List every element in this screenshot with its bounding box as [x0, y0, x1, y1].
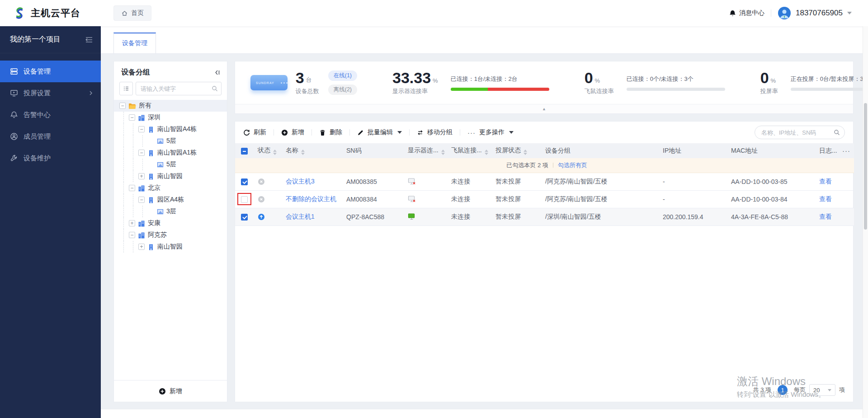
- batch-edit-button[interactable]: 批量编辑: [357, 128, 402, 136]
- tree-expander-icon[interactable]: [138, 173, 145, 179]
- building-icon: [138, 185, 145, 192]
- view-log-link[interactable]: 查看: [819, 213, 832, 220]
- tree-node-building[interactable]: 南山智园: [114, 241, 227, 253]
- collapse-sidebar-icon[interactable]: [85, 37, 93, 43]
- column-settings-icon[interactable]: ···: [842, 147, 850, 155]
- collapse-panel-icon[interactable]: [214, 69, 221, 76]
- tree-node-all[interactable]: 所有: [114, 100, 227, 112]
- device-image: SUNDRAY: [250, 75, 288, 90]
- building-icon: [138, 114, 145, 121]
- col-airmouse[interactable]: 飞鼠连接...: [447, 143, 491, 158]
- user-icon: [10, 132, 18, 141]
- col-monitor[interactable]: 显示器连...: [403, 143, 447, 158]
- tree-expander-icon[interactable]: [138, 244, 145, 250]
- row-checkbox[interactable]: [241, 196, 248, 203]
- sort-icon[interactable]: [485, 150, 488, 155]
- col-cast-status[interactable]: 投屏状态: [491, 143, 541, 158]
- page-1-button[interactable]: 1: [778, 385, 788, 395]
- tree-expander-icon[interactable]: [129, 220, 135, 226]
- top-header: 主机云平台 首页 消息中心: [0, 0, 868, 26]
- user-menu[interactable]: 18370765905: [778, 6, 852, 20]
- tree-node-city[interactable]: 安康: [114, 217, 227, 229]
- tree-expander-icon[interactable]: [129, 185, 135, 191]
- brand-logo-icon: [13, 6, 26, 20]
- tree-node-building[interactable]: 南山智园: [114, 170, 227, 182]
- search-icon: [212, 85, 218, 92]
- table-search-input[interactable]: [755, 126, 845, 139]
- tree-display-toggle-button[interactable]: [119, 82, 133, 95]
- select-all-checkbox[interactable]: [241, 148, 248, 155]
- tree-node-floor[interactable]: 3层: [114, 206, 227, 217]
- search-icon: [834, 129, 840, 136]
- tree-expander-icon[interactable]: [129, 232, 135, 238]
- select-all-pages-link[interactable]: 勾选所有页: [558, 162, 587, 169]
- tree-expander-icon[interactable]: [138, 150, 145, 156]
- tree-add-group-button[interactable]: 新增: [159, 387, 182, 395]
- tree-expander-icon[interactable]: [138, 197, 145, 203]
- tree-expander-icon[interactable]: [138, 126, 145, 132]
- view-log-link[interactable]: 查看: [819, 195, 832, 202]
- tree-search-input[interactable]: [136, 82, 222, 95]
- scrollbar-thumb[interactable]: [864, 103, 867, 230]
- building-icon: [138, 232, 145, 239]
- building-icon: [147, 150, 155, 156]
- tree-expander-icon[interactable]: [119, 103, 126, 109]
- tree-expander-icon[interactable]: [129, 114, 135, 121]
- caret-down-icon: [397, 131, 402, 134]
- col-status[interactable]: 状态: [253, 143, 281, 158]
- sidebar-item-cast-settings[interactable]: 投屏设置: [0, 82, 101, 104]
- per-page-select[interactable]: 20: [809, 384, 835, 396]
- row-checkbox[interactable]: [241, 178, 248, 185]
- wrench-icon: [10, 154, 18, 162]
- delete-button[interactable]: 删除: [319, 128, 342, 136]
- floor-icon: [157, 138, 164, 144]
- more-actions-button[interactable]: ··· 更多操作: [467, 128, 514, 136]
- status-online-icon: [258, 213, 265, 221]
- building-icon: [138, 220, 145, 227]
- message-center-button[interactable]: 消息中心: [729, 9, 764, 17]
- sidebar-menu: 设备管理 投屏设置 告警中心: [0, 61, 101, 169]
- col-name[interactable]: 名称: [281, 143, 342, 158]
- stats-collapse-toggle[interactable]: ▲: [235, 104, 853, 113]
- device-name-link[interactable]: 不删除的会议主机: [286, 195, 336, 202]
- sort-icon[interactable]: [273, 150, 277, 155]
- building-icon: [147, 126, 155, 133]
- alert-bell-icon: [10, 111, 18, 119]
- bell-icon: [729, 9, 736, 17]
- sidebar-item-member-management[interactable]: 成员管理: [0, 126, 101, 147]
- sort-icon[interactable]: [524, 150, 527, 155]
- main-area: 设备管理 设备分组: [101, 26, 868, 418]
- tree-node-city[interactable]: 深圳: [114, 112, 227, 123]
- add-device-button[interactable]: 新增: [281, 128, 304, 136]
- sidebar-item-device-management[interactable]: 设备管理: [0, 61, 101, 82]
- device-name-link[interactable]: 会议主机3: [286, 178, 315, 185]
- nav-home-button[interactable]: 首页: [113, 5, 151, 21]
- tree-node-building[interactable]: 南山智园A4栋: [114, 123, 227, 135]
- tree-node-city[interactable]: 阿克苏: [114, 229, 227, 241]
- monitor-disconnected-icon: [408, 178, 416, 185]
- list-icon: [123, 85, 129, 92]
- tree-node-building[interactable]: 园区A4栋: [114, 194, 227, 206]
- device-name-link[interactable]: 会议主机1: [286, 213, 315, 220]
- sort-icon[interactable]: [441, 150, 445, 155]
- avatar: [778, 6, 791, 20]
- refresh-button[interactable]: 刷新: [243, 128, 266, 136]
- view-log-link[interactable]: 查看: [819, 178, 832, 185]
- sidebar-item-device-maintenance[interactable]: 设备维护: [0, 147, 101, 169]
- project-switcher[interactable]: 我的第一个项目: [0, 26, 101, 53]
- caret-down-icon: [509, 131, 514, 134]
- sidebar-item-alert-center[interactable]: 告警中心: [0, 104, 101, 126]
- cast-screen-icon: [10, 89, 18, 97]
- chevron-down-icon: [847, 12, 852, 14]
- tree-node-city[interactable]: 北京: [114, 182, 227, 194]
- row-checkbox[interactable]: [241, 214, 248, 221]
- tree-node-building[interactable]: 南山智园A1栋: [114, 147, 227, 159]
- tree-node-floor[interactable]: 5层: [114, 135, 227, 147]
- sort-icon[interactable]: [301, 150, 305, 155]
- plus-circle-icon: [159, 388, 166, 395]
- move-group-button[interactable]: 移动分组: [417, 128, 453, 136]
- tab-device-management[interactable]: 设备管理: [113, 33, 156, 53]
- tree-node-floor[interactable]: 5层: [114, 159, 227, 170]
- app-title: 主机云平台: [31, 7, 80, 19]
- page-scrollbar[interactable]: [863, 26, 868, 418]
